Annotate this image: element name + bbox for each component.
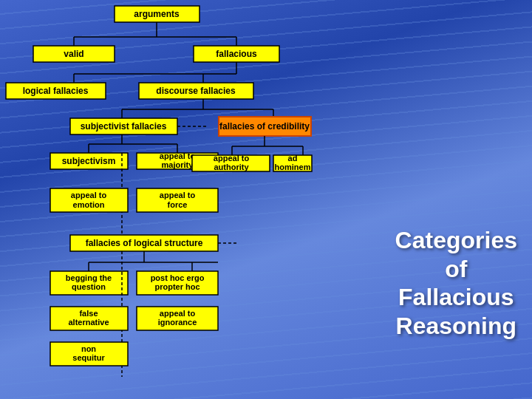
non-sequitur-line1: non [81, 344, 96, 353]
appeal-emotion-line1: appeal to [71, 191, 107, 200]
sidebar-title: CategoriesofFallaciousReasoning [395, 226, 517, 340]
false-alternative-line1: false [79, 309, 98, 318]
fallacies-credibility-label: fallacies of credibility [219, 121, 310, 132]
valid-label: valid [64, 49, 83, 59]
begging-question-line2: question [72, 282, 106, 291]
logical-fallacies-label: logical fallacies [23, 86, 89, 96]
subjectivist-fallacies-label: subjectivist fallacies [81, 121, 167, 132]
ad-hominem-line2: hominem [275, 163, 311, 171]
post-hoc-line1: post hoc ergo [151, 273, 205, 282]
appeal-force-line2: force [168, 200, 188, 209]
arguments-label: arguments [134, 9, 180, 19]
appeal-majority-line1: appeal to [160, 151, 196, 160]
appeal-force-line1: appeal to [160, 191, 196, 200]
diagram: arguments valid fallacious logical falla… [0, 0, 318, 399]
subjectivism-label: subjectivism [62, 156, 116, 166]
false-alternative-line2: alternative [68, 318, 109, 327]
discourse-fallacies-label: discourse fallacies [156, 86, 236, 96]
appeal-emotion-line2: emotion [73, 200, 105, 209]
fallacies-logical-structure-label: fallacies of logical structure [86, 238, 203, 248]
fallacious-label: fallacious [216, 49, 257, 59]
ad-hominem-line1: ad [288, 154, 298, 163]
non-sequitur-line2: sequitur [72, 353, 105, 362]
begging-question-line1: begging the [66, 273, 112, 282]
appeal-authority-line2: authority [214, 163, 249, 171]
post-hoc-line2: propter hoc [154, 282, 200, 291]
appeal-ignorance-line2: ignorance [158, 318, 197, 327]
appeal-majority-line2: majority [162, 160, 194, 169]
appeal-authority-line1: appeal to [214, 154, 250, 163]
appeal-ignorance-line1: appeal to [160, 309, 196, 318]
